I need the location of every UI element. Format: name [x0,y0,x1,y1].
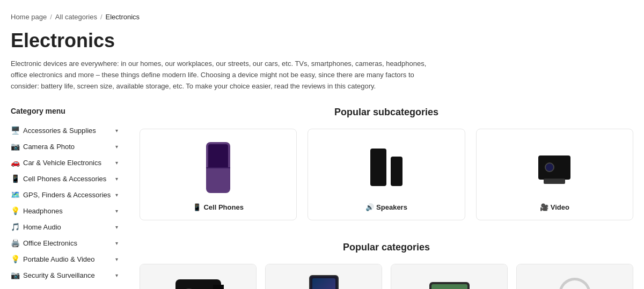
category-row-headphones[interactable]: 💡 Headphones ▾ [11,203,118,218]
camera-label: Camera & Photo [23,143,112,151]
breadcrumb: Home page / All categories / Electronics [11,0,633,29]
subcategory-grid: 📱 Cell Phones 🔊 Speakers [140,129,633,220]
portable-icon: 💡 [11,255,20,263]
content-area: Popular subcategories 📱 Cell Phones [140,107,633,289]
cell-label: Cell Phones & Accessories [23,175,112,183]
cellphones-name: 📱 Cell Phones [193,203,243,211]
video-name-icon: 🎥 [540,203,548,211]
headphones-chevron: ▾ [115,208,118,214]
breadcrumb-sep1: / [50,13,52,21]
sidebar-title: Category menu [11,107,118,115]
popular-card-gps[interactable] [391,264,508,289]
camera-icon: 📷 [11,142,20,151]
cellphones-image [206,138,230,197]
popular-cell-image [266,264,382,289]
car-chevron: ▾ [115,160,118,166]
car-label: Car & Vehicle Electronics [23,159,112,167]
category-row-camera[interactable]: 📷 Camera & Photo ▾ [11,139,118,154]
popular-categories-grid [140,264,633,289]
office-label: Office Electronics [23,239,112,247]
speakers-name: 🔊 Speakers [365,203,407,211]
security-chevron: ▾ [115,272,118,278]
category-item-camera: 📷 Camera & Photo ▾ [11,139,118,154]
gps-chevron: ▾ [115,192,118,198]
speakers-image [370,138,402,197]
popular-card-headphones[interactable] [516,264,633,289]
category-item-car: 🚗 Car & Vehicle Electronics ▾ [11,155,118,170]
gps-icon: 🗺️ [11,190,20,199]
cell-icon: 📱 [11,174,20,183]
popular-subcategories-title: Popular subcategories [140,107,633,118]
video-image [538,138,570,197]
speakers-name-icon: 🔊 [365,203,374,211]
cellphones-name-icon: 📱 [193,203,201,211]
category-row-car[interactable]: 🚗 Car & Vehicle Electronics ▾ [11,155,118,170]
category-item-gps: 🗺️ GPS, Finders & Accessories ▾ [11,187,118,202]
breadcrumb-home[interactable]: Home page [11,13,47,21]
accessories-icon: 🖥️ [11,126,20,135]
breadcrumb-sep2: / [100,13,103,21]
headphones-label: Headphones [23,207,112,215]
page-title: Electronics [11,29,633,52]
popular-card-camera[interactable] [140,264,257,289]
breadcrumb-allcats[interactable]: All categories [55,13,97,21]
category-item-headphones: 💡 Headphones ▾ [11,203,118,218]
popular-categories-title: Popular categories [140,242,633,253]
subcategory-card-cellphones[interactable]: 📱 Cell Phones [140,129,297,220]
subcategory-card-speakers[interactable]: 🔊 Speakers [308,129,465,220]
category-row-gps[interactable]: 🗺️ GPS, Finders & Accessories ▾ [11,187,118,202]
category-row-cell[interactable]: 📱 Cell Phones & Accessories ▾ [11,171,118,186]
office-chevron: ▾ [115,240,118,246]
popular-camera-image [140,264,256,289]
category-row-office[interactable]: 🖨️ Office Electronics ▾ [11,235,118,250]
cell-chevron: ▾ [115,176,118,182]
category-item-portable: 💡 Portable Audio & Video ▾ [11,251,118,266]
category-item-homeaudio: 🎵 Home Audio ▾ [11,219,118,234]
category-item-security: 📷 Security & Surveillance ▾ [11,268,118,283]
accessories-chevron: ▾ [115,128,118,134]
camera-chevron: ▾ [115,144,118,150]
security-icon: 📷 [11,271,20,279]
headphones-icon: 💡 [11,206,20,215]
video-name: 🎥 Video [540,203,569,211]
category-row-security[interactable]: 📷 Security & Surveillance ▾ [11,268,118,283]
office-icon: 🖨️ [11,239,20,247]
homeaudio-icon: 🎵 [11,223,20,231]
homeaudio-label: Home Audio [23,223,112,231]
portable-label: Portable Audio & Video [23,255,112,263]
security-label: Security & Surveillance [23,271,112,279]
popular-card-cellphones[interactable] [265,264,382,289]
popular-gps-image [391,264,507,289]
gps-label: GPS, Finders & Accessories [23,191,112,199]
category-row-portable[interactable]: 💡 Portable Audio & Video ▾ [11,251,118,266]
page-description: Electronic devices are everywhere: in ou… [11,58,429,92]
category-item-office: 🖨️ Office Electronics ▾ [11,235,118,250]
car-icon: 🚗 [11,158,20,167]
portable-chevron: ▾ [115,256,118,262]
subcategory-card-video[interactable]: 🎥 Video [476,129,633,220]
category-item-accessories: 🖥️ Accessories & Supplies ▾ [11,123,118,138]
popular-headphones-image [517,264,633,289]
category-item-cell: 📱 Cell Phones & Accessories ▾ [11,171,118,186]
accessories-label: Accessories & Supplies [23,127,112,135]
category-row-homeaudio[interactable]: 🎵 Home Audio ▾ [11,219,118,234]
breadcrumb-current: Electronics [106,13,140,21]
homeaudio-chevron: ▾ [115,224,118,230]
category-row-accessories[interactable]: 🖥️ Accessories & Supplies ▾ [11,123,118,138]
category-sidebar: Category menu 🖥️ Accessories & Supplies … [11,107,118,284]
